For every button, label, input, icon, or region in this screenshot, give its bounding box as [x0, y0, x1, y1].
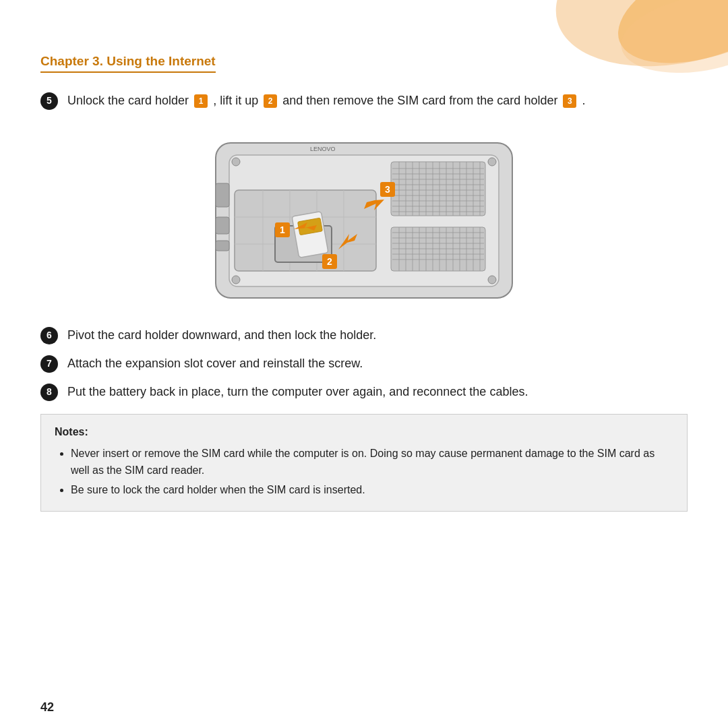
- step-badge-7: 7: [40, 355, 58, 373]
- svg-text:2: 2: [327, 256, 332, 267]
- svg-rect-28: [391, 227, 485, 271]
- svg-point-58: [232, 276, 240, 284]
- step-7-text: Attach the expansion slot cover and rein…: [67, 355, 688, 373]
- svg-point-57: [488, 158, 496, 166]
- svg-rect-61: [216, 217, 229, 234]
- svg-point-56: [232, 158, 240, 166]
- svg-point-59: [488, 276, 496, 284]
- step-7: 7 Attach the expansion slot cover and re…: [40, 355, 688, 373]
- notes-item-1: Never insert or remove the SIM card whil…: [71, 446, 673, 479]
- notes-list: Never insert or remove the SIM card whil…: [55, 446, 673, 498]
- svg-text:LENOVO: LENOVO: [310, 146, 336, 152]
- laptop-diagram-container: 1 2 3 LENOVO: [40, 123, 688, 311]
- svg-rect-62: [216, 241, 229, 251]
- step-badge-6: 6: [40, 327, 58, 344]
- notes-item-2: Be sure to lock the card holder when the…: [71, 482, 673, 499]
- svg-rect-5: [391, 162, 485, 216]
- notes-title: Notes:: [55, 424, 673, 441]
- step-6-text: Pivot the card holder downward, and then…: [67, 326, 688, 345]
- step-5-text: Unlock the card holder 1 , lift it up 2 …: [67, 92, 688, 111]
- chapter-title: Chapter 3. Using the Internet: [40, 54, 216, 73]
- step-8: 8 Put the battery back in place, turn th…: [40, 383, 688, 402]
- laptop-diagram: 1 2 3 LENOVO: [175, 123, 553, 311]
- step-badge-5: 5: [40, 92, 58, 110]
- page-number: 42: [40, 700, 54, 715]
- inline-badge-3: 3: [563, 94, 576, 108]
- step-8-text: Put the battery back in place, turn the …: [67, 383, 688, 402]
- inline-badge-2: 2: [264, 94, 277, 108]
- svg-rect-60: [216, 183, 229, 207]
- step-5: 5 Unlock the card holder 1 , lift it up …: [40, 92, 688, 111]
- step-badge-8: 8: [40, 384, 58, 401]
- step-6: 6 Pivot the card holder downward, and th…: [40, 326, 688, 345]
- svg-text:3: 3: [385, 184, 390, 195]
- notes-box: Notes: Never insert or remove the SIM ca…: [40, 414, 688, 512]
- inline-badge-1: 1: [194, 94, 208, 108]
- svg-text:1: 1: [280, 224, 285, 235]
- page-content: Chapter 3. Using the Internet 5 Unlock t…: [40, 54, 688, 688]
